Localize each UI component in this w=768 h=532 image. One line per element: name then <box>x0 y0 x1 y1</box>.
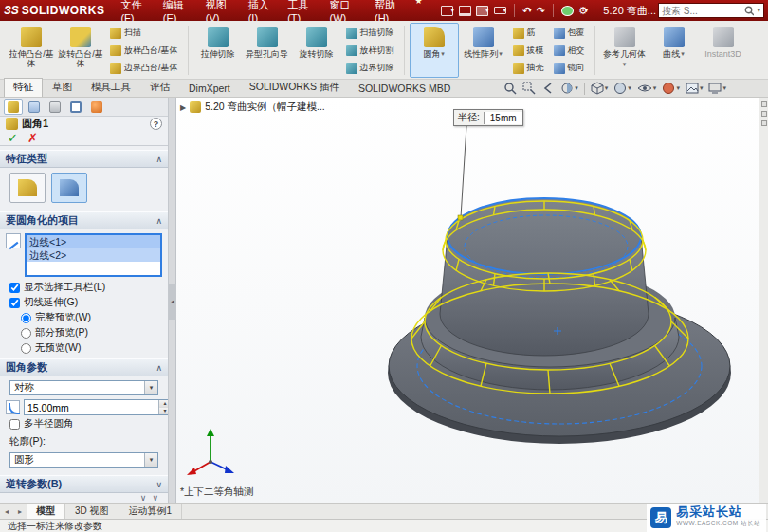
edit-appearance-icon[interactable]: ▾ <box>662 82 680 95</box>
ok-button[interactable]: ✓ <box>8 131 18 145</box>
dropdown-caret-icon[interactable]: ▾ <box>144 381 157 394</box>
shell-button[interactable]: 抽壳 <box>509 60 548 76</box>
display-manager-tab[interactable] <box>87 99 106 115</box>
filletxpert-button[interactable] <box>51 173 87 203</box>
callout-value[interactable]: 15mm <box>484 112 522 124</box>
tab-scroll-right-icon[interactable]: ▸ <box>13 504 27 519</box>
show-selection-toolbar-checkbox[interactable]: 显示选择工具栏(L) <box>0 279 168 294</box>
tab-scroll-left-icon[interactable]: ◂ <box>0 504 13 519</box>
radio-input[interactable] <box>21 313 31 323</box>
options-button[interactable]: ⚙▾ <box>578 6 588 16</box>
flyout-feature-tree[interactable]: ▶ 5.20 弯曲实例（帽子建模... <box>180 101 325 114</box>
print-button[interactable]: ▾ <box>494 7 507 14</box>
tab-evaluate[interactable]: 评估 <box>140 78 179 97</box>
lofted-cut-button[interactable]: 放样切割 <box>342 43 398 59</box>
section-feature-type[interactable]: 特征类型 ∧ <box>0 150 168 168</box>
manual-fillet-button[interactable] <box>9 173 46 203</box>
rebuild-icon[interactable] <box>561 6 574 16</box>
tab-3d-views[interactable]: 3D 视图 <box>65 504 119 519</box>
section-view-icon[interactable]: ▾ <box>560 82 578 95</box>
swept-cut-button[interactable]: 扫描切除 <box>342 25 398 41</box>
zoom-area-icon[interactable] <box>522 82 536 95</box>
tab-features[interactable]: 特征 <box>4 78 43 97</box>
flyout-arrow-icon[interactable]: ▶ <box>180 103 186 112</box>
radius-callout[interactable]: 半径: 15mm <box>453 109 523 126</box>
checkbox-input[interactable] <box>9 298 20 308</box>
rib-button[interactable]: 筋 <box>509 25 548 41</box>
revolve-boss-button[interactable]: 旋转凸台/基体 <box>56 23 105 78</box>
swept-boss-button[interactable]: 扫描 <box>106 25 182 41</box>
view-orientation-icon[interactable]: ▾ <box>591 82 609 95</box>
redo-icon[interactable]: ↷ <box>537 6 545 16</box>
multi-radius-checkbox[interactable]: 多半径圆角 <box>0 415 168 431</box>
radio-input[interactable] <box>21 328 31 339</box>
boss-small-column: 扫描 放样凸台/基体 边界凸台/基体 <box>105 23 183 78</box>
selection-item[interactable]: 边线<2> <box>27 248 160 262</box>
tab-motion-study[interactable]: 运动算例1 <box>119 504 183 519</box>
extruded-cut-button[interactable]: 拉伸切除 <box>193 23 243 78</box>
curves-button[interactable]: 曲线▾ <box>649 23 699 78</box>
cancel-button[interactable]: ✗ <box>27 131 38 145</box>
property-manager-tab[interactable] <box>4 99 23 115</box>
boundary-cut-button[interactable]: 边界切除 <box>342 60 398 76</box>
lofted-boss-button[interactable]: 放样凸台/基体 <box>106 43 182 59</box>
extrude-boss-button[interactable]: 拉伸凸台/基体 <box>7 23 56 78</box>
section-setback-parameters[interactable]: 逆转参数(B) ∨ <box>0 475 168 493</box>
previous-view-icon[interactable] <box>541 82 555 95</box>
tab-model[interactable]: 模型 <box>27 504 65 519</box>
intersect-button[interactable]: 相交 <box>550 43 589 59</box>
spin-up-icon[interactable]: ▴ <box>159 400 169 408</box>
task-pane-strip[interactable] <box>759 98 768 503</box>
selection-listbox[interactable]: 边线<1> 边线<2> <box>25 233 162 277</box>
full-preview-radio[interactable]: 完整预览(W) <box>0 309 168 324</box>
help-icon[interactable]: ? <box>150 118 162 130</box>
linear-pattern-button[interactable]: 线性阵列▾ <box>459 23 508 78</box>
tangent-propagation-checkbox[interactable]: 切线延伸(G) <box>0 294 168 309</box>
instant3d-button[interactable]: Instant3D <box>699 23 748 78</box>
graphics-viewport[interactable]: ▶ 5.20 弯曲实例（帽子建模... 半径: 15mm <box>176 98 759 503</box>
hole-wizard-button[interactable]: 异型孔向导 <box>243 23 292 78</box>
tab-sw-addins[interactable]: SOLIDWORKS 插件 <box>240 78 349 97</box>
boundary-boss-button[interactable]: 边界凸台/基体 <box>106 60 182 76</box>
search-caret-icon[interactable]: ▾ <box>757 7 760 14</box>
tab-sw-mbd[interactable]: SOLIDWORKS MBD <box>349 80 460 97</box>
radio-input[interactable] <box>21 343 31 354</box>
section-items-to-fillet[interactable]: 要圆角化的项目 ∧ <box>0 211 168 229</box>
wrap-button[interactable]: 包覆 <box>550 25 589 41</box>
save-button[interactable]: ▾ <box>476 6 489 16</box>
undo-button[interactable]: ↶▾ <box>522 6 532 16</box>
configuration-manager-tab[interactable] <box>46 99 64 115</box>
fillet-button[interactable]: 圆角▾ <box>410 23 459 78</box>
profile-dropdown[interactable]: 圆形 ▾ <box>9 452 158 468</box>
open-icon[interactable] <box>459 6 471 16</box>
section-fillet-parameters[interactable]: 圆角参数 ∧ <box>0 358 168 376</box>
tab-sketch[interactable]: 草图 <box>43 78 82 97</box>
reference-geometry-button[interactable]: 参考几何体▾ <box>600 23 649 78</box>
partial-preview-radio[interactable]: 部分预览(P) <box>0 324 168 339</box>
zoom-fit-icon[interactable] <box>503 82 517 95</box>
view-settings-icon[interactable]: ▾ <box>708 82 726 95</box>
checkbox-input[interactable] <box>9 283 20 293</box>
dimxpert-manager-tab[interactable] <box>66 99 85 115</box>
tab-mold-tools[interactable]: 模具工具 <box>82 78 140 97</box>
dropdown-caret-icon[interactable]: ▾ <box>144 453 157 467</box>
symmetric-dropdown[interactable]: 对称 ▾ <box>9 380 158 395</box>
tab-dimxpert[interactable]: DimXpert <box>179 80 240 97</box>
selection-item[interactable]: 边线<1> <box>27 235 160 248</box>
revolved-cut-button[interactable]: 旋转切除 <box>292 23 341 78</box>
hide-show-items-icon[interactable]: ▾ <box>637 83 657 94</box>
checkbox-input[interactable] <box>9 419 20 430</box>
panel-scroll-indicator[interactable]: ∨ ∨ <box>0 493 168 503</box>
mirror-button[interactable]: 镜向 <box>550 60 589 76</box>
display-style-icon[interactable]: ▾ <box>613 82 631 95</box>
radius-input[interactable] <box>25 400 158 414</box>
feature-manager-tab[interactable] <box>25 99 44 115</box>
new-button[interactable]: ▾ <box>441 6 454 16</box>
search-input[interactable] <box>662 6 741 16</box>
splitter-grip[interactable]: ◂ <box>169 284 176 320</box>
draft-button[interactable]: 拔模 <box>509 43 548 59</box>
spin-down-icon[interactable]: ▾ <box>159 408 169 415</box>
apply-scene-icon[interactable]: ▾ <box>686 82 704 95</box>
panel-splitter[interactable]: ◂ <box>169 98 176 503</box>
no-preview-radio[interactable]: 无预览(W) <box>0 339 168 355</box>
